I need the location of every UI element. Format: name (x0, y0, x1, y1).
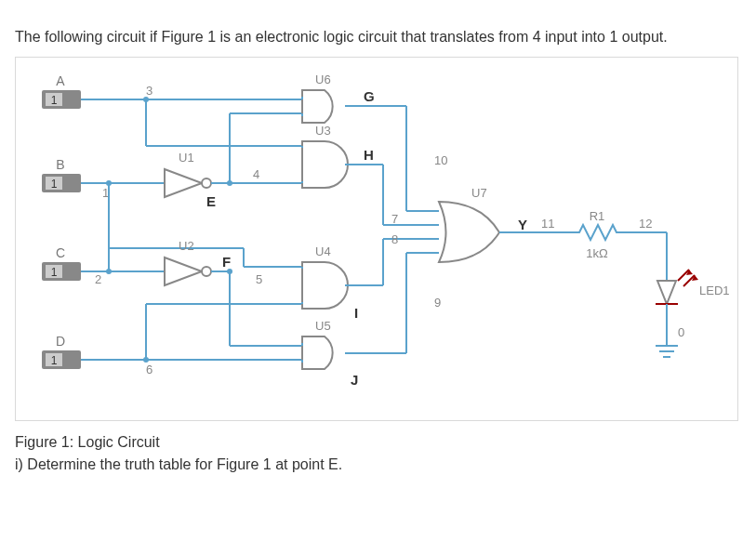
resistor-R1: R1 1kΩ (574, 209, 622, 260)
gate-U5: U5 J (302, 319, 406, 388)
svg-text:1: 1 (51, 178, 58, 191)
input-B: B 1 (42, 157, 81, 192)
svg-text:C: C (56, 245, 65, 260)
svg-text:6: 6 (146, 363, 153, 376)
svg-point-38 (202, 178, 211, 188)
svg-text:5: 5 (256, 272, 262, 286)
svg-text:U4: U4 (315, 244, 331, 258)
svg-text:A: A (56, 73, 65, 88)
svg-text:7: 7 (391, 212, 398, 226)
figure-caption: Figure 1: Logic Circuit (15, 434, 741, 451)
svg-text:G: G (364, 88, 375, 104)
svg-text:H: H (364, 147, 374, 163)
svg-text:J: J (351, 372, 358, 388)
svg-text:1: 1 (51, 266, 58, 279)
svg-text:U1: U1 (179, 151, 194, 165)
svg-text:1kΩ: 1kΩ (586, 246, 608, 260)
svg-text:F: F (222, 254, 231, 270)
gate-U1: U1 E (165, 151, 216, 209)
svg-text:U7: U7 (471, 186, 487, 200)
svg-text:U2: U2 (179, 239, 194, 253)
input-A: A 1 (42, 73, 81, 109)
svg-line-99 (683, 275, 695, 286)
svg-text:0: 0 (678, 325, 684, 339)
svg-text:1: 1 (51, 94, 58, 107)
gate-U3: U3 H (302, 124, 383, 188)
svg-text:E: E (206, 193, 216, 209)
svg-text:B: B (56, 157, 64, 172)
svg-text:I: I (354, 305, 358, 321)
gate-U2: U2 F (165, 239, 231, 285)
input-D: D 1 (42, 334, 81, 369)
svg-text:11: 11 (541, 217, 554, 231)
question-i: i) Determine the truth table for Figure … (15, 456, 741, 473)
svg-text:2: 2 (95, 272, 101, 286)
gate-U6: U6 G (302, 73, 406, 123)
svg-text:Y: Y (518, 217, 527, 232)
svg-text:3: 3 (146, 84, 153, 98)
svg-text:10: 10 (434, 153, 447, 167)
svg-text:D: D (56, 334, 65, 349)
svg-text:12: 12 (639, 217, 652, 231)
svg-point-41 (202, 267, 211, 276)
input-C: C 1 (42, 245, 81, 281)
svg-text:U6: U6 (315, 73, 331, 86)
svg-text:U3: U3 (315, 124, 331, 138)
svg-text:R1: R1 (590, 209, 605, 223)
svg-text:U5: U5 (315, 319, 331, 333)
svg-line-98 (678, 270, 689, 281)
svg-text:1: 1 (51, 354, 58, 367)
svg-text:9: 9 (434, 296, 441, 310)
gate-U7: U7 Y (439, 186, 527, 262)
problem-intro: The following circuit if Figure 1 is an … (15, 26, 741, 47)
svg-text:8: 8 (391, 232, 398, 246)
svg-text:4: 4 (253, 167, 259, 181)
circuit-figure: .wire { stroke:#5aa2cc; stroke-width:2; … (15, 57, 738, 421)
svg-text:LED1: LED1 (699, 284, 730, 297)
gate-U4: U4 I (302, 244, 383, 321)
